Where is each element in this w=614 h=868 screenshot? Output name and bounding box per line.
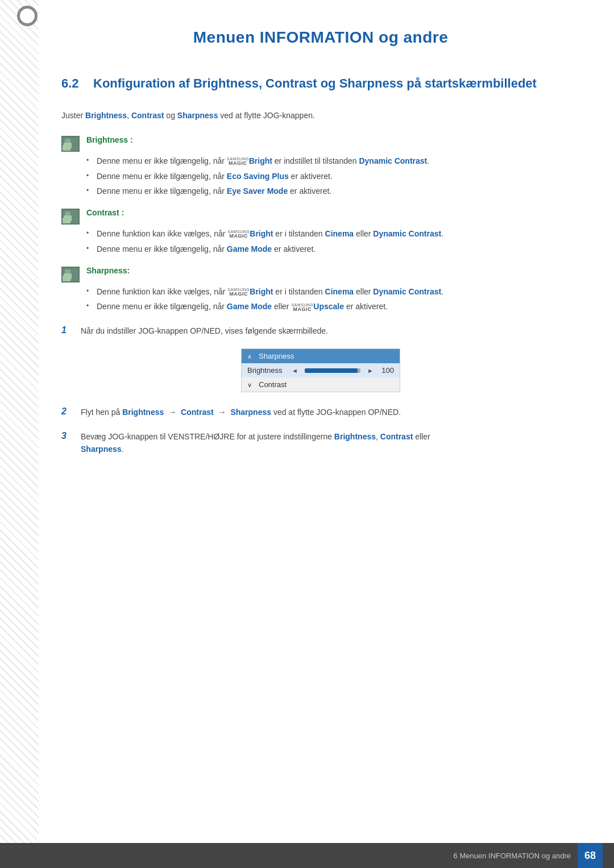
intro-brightness: Brightness	[85, 111, 127, 120]
game-mode-2: Game Mode	[227, 302, 272, 311]
intro-sharpness: Sharpness	[177, 111, 218, 120]
intro-paragraph: Juster Brightness, Contrast og Sharpness…	[61, 109, 580, 122]
svg-rect-4	[64, 215, 72, 221]
svg-rect-5	[65, 211, 70, 215]
eco-saving-plus: Eco Saving Plus	[227, 172, 289, 181]
bright-highlight-2: Bright	[250, 229, 273, 238]
sharpness-label-text: Sharpness	[86, 266, 127, 275]
sharpness-label: Sharpness:	[86, 266, 130, 275]
brightness-progress-bar	[305, 368, 360, 373]
ui-preview-box: Sharpness Brightness ◄ ► 100 Contrast	[241, 348, 400, 392]
left-decorative-strip	[0, 0, 39, 868]
top-circle-inner	[20, 9, 35, 23]
page-footer: 6 Menuen INFORMATION og andre 68	[0, 843, 614, 868]
samsung-magic-4: SAMSUNGMAGIC	[291, 303, 313, 312]
contrast-bullet-2: Denne menu er ikke tilgængelig, når Game…	[86, 243, 580, 256]
step-1-text: Når du indstiller JOG-knappen OP/NED, vi…	[81, 325, 328, 337]
samsung-magic-1: SAMSUNGMAGIC	[227, 157, 249, 166]
brightness-progress-fill	[305, 368, 358, 373]
step-2-text: Flyt hen på Brightness → Contrast → Shar…	[81, 406, 401, 418]
sharpness-icon	[61, 267, 80, 283]
step-3-contrast: Contrast	[380, 432, 413, 441]
step-1-number: 1	[61, 325, 75, 335]
step-3-sharpness: Sharpness	[81, 445, 122, 454]
svg-rect-7	[64, 273, 72, 279]
step-3-text: Bevæg JOG-knappen til VENSTRE/HØJRE for …	[81, 430, 430, 456]
step-3-end: .	[122, 445, 124, 454]
step-3-number: 3	[61, 431, 75, 441]
sharpness-icon-block: Sharpness:	[61, 266, 580, 283]
chevron-down-icon	[247, 380, 254, 389]
contrast-icon-block: Contrast :	[61, 208, 580, 225]
svg-rect-8	[65, 269, 70, 273]
ui-contrast-label: Contrast	[259, 380, 287, 389]
svg-rect-2	[65, 139, 70, 143]
intro-comma1: ,	[127, 111, 131, 120]
contrast-label: Contrast :	[86, 208, 124, 217]
game-mode-1: Game Mode	[227, 244, 272, 254]
section-number: 6.2	[61, 76, 84, 91]
brightness-bullet-2: Denne menu er ikke tilgængelig, når Eco …	[86, 171, 580, 183]
step-2-brightness: Brightness	[122, 408, 164, 417]
brightness-bullets: Denne menu er ikke tilgængelig, når SAMS…	[86, 155, 580, 198]
footer-text: 6 Menuen INFORMATION og andre	[454, 852, 571, 860]
dynamic-contrast-3: Dynamic Contrast	[373, 287, 441, 296]
step-2-arrow1: →	[168, 406, 176, 418]
bright-highlight-1: Bright	[249, 156, 272, 165]
intro-contrast: Contrast	[131, 111, 164, 120]
step-2-arrow2: →	[218, 406, 226, 418]
section-header: 6.2 Konfiguration af Brightness, Contras…	[61, 75, 580, 92]
arrow-left-icon: ◄	[292, 367, 298, 374]
sharpness-bullet-1: Denne funktion kan ikke vælges, når SAMS…	[86, 286, 580, 298]
step-2-text-after: ved at flytte JOG-knappen OP/NED.	[271, 408, 401, 417]
cinema-1: Cinema	[325, 229, 354, 238]
intro-text-mid: og	[164, 111, 177, 120]
brightness-bullet-1: Denne menu er ikke tilgængelig, når SAMS…	[86, 155, 580, 168]
step-1: 1 Når du indstiller JOG-knappen OP/NED, …	[61, 325, 580, 337]
contrast-bullet-1: Denne funktion kan ikke vælges, når SAMS…	[86, 228, 580, 240]
step-3-comma: ,	[376, 432, 380, 441]
eye-saver-mode: Eye Saver Mode	[227, 186, 288, 196]
arrow-right-icon: ►	[367, 367, 374, 374]
footer-page-number: 68	[578, 843, 603, 868]
chevron-up-icon	[247, 352, 254, 360]
section-title: Konfiguration af Brightness, Contrast og…	[93, 75, 537, 92]
step-3-text-before: Bevæg JOG-knappen til VENSTRE/HØJRE for …	[81, 432, 334, 441]
sharpness-bullet-2: Denne menu er ikke tilgængelig, når Game…	[86, 301, 580, 313]
step-3: 3 Bevæg JOG-knappen til VENSTRE/HØJRE fo…	[61, 430, 580, 456]
ui-contrast-row: Contrast	[242, 377, 400, 392]
samsung-magic-2: SAMSUNGMAGIC	[227, 230, 250, 239]
intro-text-before: Juster	[61, 111, 85, 120]
upscale: Upscale	[313, 302, 344, 311]
step-3-brightness: Brightness	[334, 432, 376, 441]
step-3-text-mid: eller	[413, 432, 430, 441]
ui-brightness-row: Brightness ◄ ► 100	[242, 363, 400, 377]
step-2-text-before: Flyt hen på	[81, 408, 122, 417]
ui-sharpness-row: Sharpness	[242, 349, 400, 363]
brightness-icon-block: Brightness :	[61, 135, 580, 152]
page-title: Menuen INFORMATION og andre	[61, 28, 580, 47]
page-header: Menuen INFORMATION og andre	[61, 17, 580, 47]
sharpness-bullets: Denne funktion kan ikke vælges, når SAMS…	[86, 286, 580, 313]
svg-rect-1	[64, 143, 72, 148]
step-2: 2 Flyt hen på Brightness → Contrast → Sh…	[61, 406, 580, 418]
contrast-label-text: Contrast	[86, 208, 119, 217]
brightness-label-text: Brightness	[86, 135, 128, 144]
brightness-colon: :	[128, 135, 133, 144]
page-wrapper: Menuen INFORMATION og andre 6.2 Konfigur…	[0, 0, 614, 868]
main-content: Menuen INFORMATION og andre 6.2 Konfigur…	[39, 0, 614, 511]
brightness-icon	[61, 136, 80, 152]
contrast-bullets: Denne funktion kan ikke vælges, når SAMS…	[86, 228, 580, 255]
top-circle-indicator	[17, 6, 38, 26]
intro-text-after: ved at flytte JOG-knappen.	[218, 111, 314, 120]
contrast-icon	[61, 209, 80, 225]
dynamic-contrast-2: Dynamic Contrast	[373, 229, 441, 238]
step-2-number: 2	[61, 406, 75, 417]
brightness-label: Brightness :	[86, 135, 133, 144]
dynamic-contrast-1: Dynamic Contrast	[359, 156, 427, 165]
brightness-bullet-3: Denne menu er ikke tilgængelig, når Eye …	[86, 185, 580, 198]
cinema-2: Cinema	[325, 287, 354, 296]
sharpness-colon: :	[127, 266, 130, 275]
step-2-contrast: Contrast	[181, 408, 214, 417]
brightness-value: 100	[378, 366, 394, 375]
